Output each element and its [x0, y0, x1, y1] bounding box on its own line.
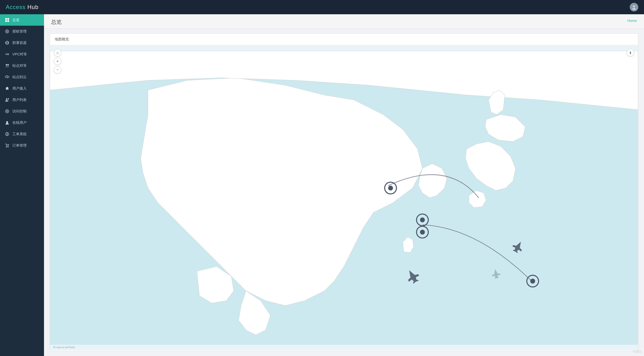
- access-ctrl-icon: [5, 109, 10, 114]
- ticket-icon: [5, 132, 10, 136]
- user-list-icon: [5, 97, 10, 102]
- user-access-icon: [5, 86, 10, 91]
- vpc-icon: [5, 52, 10, 56]
- sidebar-label-user-list: 用户列表: [12, 98, 27, 102]
- svg-point-1: [632, 8, 636, 10]
- sidebar-item-order[interactable]: 订单管理: [0, 140, 44, 151]
- sidebar-item-access-ctrl[interactable]: 访问控制: [0, 105, 44, 117]
- svg-point-25: [420, 230, 425, 235]
- sidebar-label-site-peer: 站点对等: [12, 63, 27, 68]
- overview-icon: [5, 17, 10, 22]
- map-zoom-out-button[interactable]: −: [54, 66, 61, 74]
- sidebar-item-user-access[interactable]: 用户接入: [0, 83, 44, 94]
- svg-point-15: [6, 121, 8, 123]
- svg-point-11: [6, 98, 7, 100]
- page-title: 总览: [51, 18, 62, 26]
- sidebar-item-ticket[interactable]: 工单系统: [0, 128, 44, 140]
- app-header: Access Hub: [0, 0, 644, 14]
- order-icon: [5, 143, 10, 148]
- sidebar-label-site-cloud: 站点到云: [12, 75, 27, 79]
- map-zoom-in-button[interactable]: +: [54, 57, 61, 65]
- sidebar-label-auth: 授权管理: [12, 29, 27, 34]
- sidebar: 总览 授权管理 部署容器 VPC对等 站点对等 站点到云 用户接入 用户列表 访…: [0, 14, 44, 356]
- map-wrapper[interactable]: ⌂ + − ⬇: [50, 45, 638, 351]
- sidebar-item-vpc[interactable]: VPC对等: [0, 48, 44, 60]
- svg-point-17: [6, 147, 7, 147]
- svg-rect-5: [7, 20, 9, 22]
- sidebar-item-overview[interactable]: 总览: [0, 14, 44, 26]
- svg-point-27: [530, 279, 535, 284]
- sidebar-item-online-user[interactable]: 在线用户: [0, 117, 44, 128]
- auth-icon: [5, 29, 10, 34]
- logo-hub: Hub: [26, 4, 38, 10]
- svg-point-23: [420, 217, 425, 222]
- sidebar-label-deploy: 部署容器: [12, 41, 27, 45]
- deploy-icon: [5, 40, 10, 45]
- breadcrumb-home[interactable]: Home: [627, 18, 637, 22]
- svg-point-0: [633, 5, 635, 7]
- main-layout: 总览 授权管理 部署容器 VPC对等 站点对等 站点到云 用户接入 用户列表 访…: [0, 14, 644, 356]
- site-peer-icon: [5, 63, 10, 68]
- svg-point-7: [6, 31, 8, 32]
- svg-rect-3: [7, 18, 9, 20]
- svg-point-12: [8, 98, 9, 100]
- app-logo: Access Hub: [6, 4, 38, 10]
- svg-point-13: [6, 110, 8, 112]
- svg-point-6: [6, 30, 9, 33]
- sidebar-item-site-peer[interactable]: 站点对等: [0, 60, 44, 71]
- map-home-button[interactable]: ⌂: [54, 49, 61, 56]
- sidebar-label-order: 订单管理: [12, 143, 27, 148]
- svg-rect-4: [5, 20, 7, 22]
- logo-access: Access: [6, 4, 26, 10]
- svg-point-14: [6, 110, 9, 113]
- sidebar-item-user-list[interactable]: 用户列表: [0, 94, 44, 105]
- sidebar-label-overview: 总览: [12, 18, 20, 22]
- map-section: 地图概览 ⌂ + − ⬇: [50, 33, 638, 351]
- sidebar-item-site-cloud[interactable]: 站点到云: [0, 71, 44, 83]
- sidebar-label-vpc: VPC对等: [12, 52, 27, 56]
- svg-rect-2: [5, 18, 7, 20]
- sidebar-label-online-user: 在线用户: [12, 120, 27, 125]
- svg-point-8: [6, 41, 9, 44]
- sidebar-label-access-ctrl: 访问控制: [12, 109, 27, 114]
- map-svg: [50, 45, 638, 351]
- site-cloud-icon: [5, 75, 10, 79]
- svg-point-21: [388, 186, 393, 191]
- sidebar-label-ticket: 工单系统: [12, 132, 27, 136]
- svg-point-9: [6, 64, 7, 66]
- sidebar-item-deploy[interactable]: 部署容器: [0, 37, 44, 48]
- watermark: 亿迭云: [633, 350, 642, 354]
- map-attribution: JS map by amCharts: [53, 346, 75, 349]
- page-header: 总览 Home: [44, 14, 644, 29]
- map-controls-right: ⬇: [627, 49, 634, 56]
- content-area: 总览 Home 地图概览 ⌂ + − ⬇: [44, 14, 644, 356]
- map-controls-left: ⌂ + −: [54, 49, 61, 74]
- online-user-icon: [5, 120, 10, 125]
- sidebar-item-auth[interactable]: 授权管理: [0, 26, 44, 37]
- map-download-button[interactable]: ⬇: [627, 49, 634, 56]
- user-avatar[interactable]: [630, 3, 638, 11]
- svg-point-10: [7, 64, 9, 66]
- svg-point-18: [8, 147, 8, 147]
- sidebar-label-user-access: 用户接入: [12, 86, 27, 91]
- map-section-title: 地图概览: [50, 34, 638, 45]
